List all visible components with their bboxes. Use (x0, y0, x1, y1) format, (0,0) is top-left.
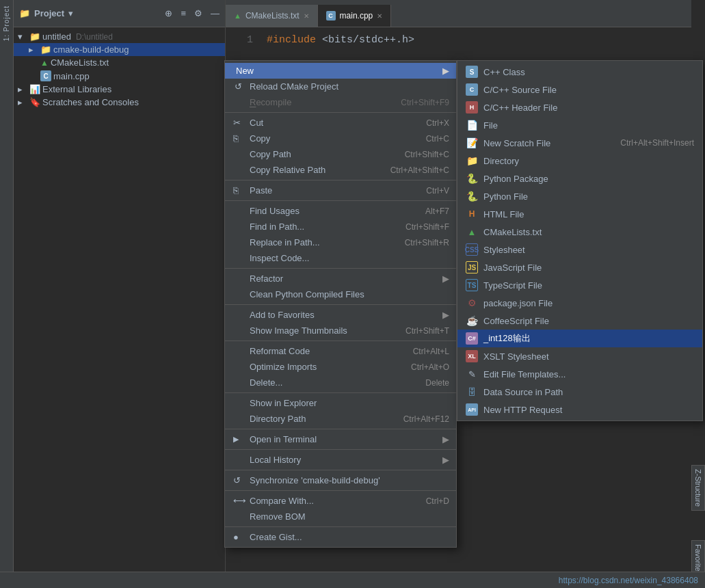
submenu-item-http-request[interactable]: API New HTTP Request (457, 401, 702, 418)
tree-path: D:\untitled (76, 32, 113, 42)
submenu-item-xslt[interactable]: XL XSLT Stylesheet (457, 347, 702, 365)
submenu-item-label: Directory (483, 156, 519, 166)
menu-item-dir-path[interactable]: Directory Path Ctrl+Alt+F12 (225, 411, 456, 427)
xslt-icon: XL (466, 350, 478, 362)
submenu-item-c-header[interactable]: H C/C++ Header File (457, 98, 702, 116)
tab-close-icon[interactable]: ✕ (304, 12, 309, 20)
menu-item-create-gist[interactable]: ● Create Gist... (225, 529, 456, 545)
submenu-item-coffeescript[interactable]: ☕ CoffeeScript File (457, 312, 702, 330)
paste-icon: ⎘ (233, 185, 239, 196)
int128-icon: C# (466, 332, 478, 345)
cmake-icon: ▲ (40, 58, 49, 68)
folder-icon: 📁 (40, 44, 51, 55)
submenu-item-typescript[interactable]: TS TypeScript File (457, 276, 702, 294)
submenu-item-file[interactable]: 📄 File (457, 116, 702, 134)
menu-item-show-explorer[interactable]: Show in Explorer (225, 395, 456, 411)
menu-item-clean-python[interactable]: Clean Python Compiled Files (225, 286, 456, 302)
scratch-file-icon: 📝 (466, 137, 478, 149)
submenu-item-scratch-file[interactable]: 📝 New Scratch File Ctrl+Alt+Shift+Insert (457, 134, 702, 152)
menu-item-refactor[interactable]: Refactor ▶ (225, 271, 456, 286)
menu-item-synchronize[interactable]: ↺ Synchronize 'cmake-build-debug' (225, 472, 456, 488)
menu-item-label: Directory Path (250, 414, 306, 424)
menu-item-remove-bom[interactable]: Remove BOM (225, 509, 456, 524)
submenu-item-edit-templates[interactable]: ✎ Edit File Templates... (457, 365, 702, 383)
menu-item-copy-relative[interactable]: Copy Relative Path Ctrl+Alt+Shift+C (225, 162, 456, 178)
tab-label: CMakeLists.txt (245, 11, 300, 21)
submenu-item-stylesheet[interactable]: CSS Stylesheet (457, 241, 702, 258)
menu-item-label: Optimize Imports (250, 362, 317, 372)
menu-item-inspect-code[interactable]: Inspect Code... (225, 250, 456, 266)
menu-item-reload[interactable]: ↺ Reload CMake Project (225, 79, 456, 94)
cmake-tab-icon: ▲ (234, 12, 241, 20)
submenu-item-label: C++ Class (483, 67, 525, 77)
menu-item-show-thumbnails[interactable]: Show Image Thumbnails Ctrl+Shift+T (225, 323, 456, 338)
menu-item-label: Add to Favorites (250, 310, 315, 320)
submenu-item-data-source[interactable]: 🗄 Data Source in Path (457, 383, 702, 401)
menu-item-copy-path[interactable]: Copy Path Ctrl+Shift+C (225, 146, 456, 162)
z-structure-tab[interactable]: Z-Structure (691, 465, 705, 511)
submenu-item-label: CMakeLists.txt (483, 227, 542, 237)
menu-item-label: Create Gist... (250, 532, 302, 542)
menu-item-find-in-path[interactable]: Find in Path... Ctrl+Shift+F (225, 219, 456, 235)
tab-cmakelists[interactable]: ▲ CMakeLists.txt ✕ (226, 5, 318, 27)
menu-item-cut[interactable]: ✂ Cut Ctrl+X (225, 115, 456, 131)
submenu-item-directory[interactable]: 📁 Directory (457, 152, 702, 170)
menu-item-label: Reformat Code (250, 346, 310, 356)
submenu-item-python-package[interactable]: 🐍 Python Package (457, 170, 702, 187)
submenu-item-label: Edit File Templates... (483, 369, 566, 379)
html-icon: H (466, 208, 478, 220)
json-icon: ⚙ (466, 297, 478, 309)
tab-label: main.cpp (340, 11, 373, 21)
menu-item-compare[interactable]: ⟷ Compare With... Ctrl+D (225, 493, 456, 509)
menu-item-local-history[interactable]: Local History ▶ (225, 452, 456, 468)
menu-item-new[interactable]: New ▶ (225, 63, 456, 79)
menu-item-paste[interactable]: ⎘ Paste Ctrl+V (225, 183, 456, 198)
submenu-item-javascript[interactable]: JS JavaScript File (457, 258, 702, 276)
bottom-url: https://blog.csdn.net/weixin_43866408 (559, 576, 698, 585)
tree-item-cmake-build-debug[interactable]: ▸ 📁 cmake-build-debug (14, 43, 225, 56)
submenu-arrow-icon: ▶ (442, 66, 449, 76)
menu-item-label: Find Usages (250, 206, 300, 216)
scroll-icon[interactable]: ≡ (181, 8, 186, 18)
submenu-item-label: New HTTP Request (483, 405, 562, 415)
submenu-item-python-file[interactable]: 🐍 Python File (457, 187, 702, 205)
menu-divider (225, 392, 456, 393)
menu-item-label: Copy Relative Path (250, 165, 325, 175)
tree-item-scratches[interactable]: ▸ 🔖 Scratches and Consoles (14, 96, 225, 109)
reload-icon: ↺ (235, 81, 242, 92)
submenu-item-int128[interactable]: C# _int128输出 (457, 330, 702, 347)
minimize-icon[interactable]: — (211, 8, 220, 18)
menu-item-replace-in-path[interactable]: Replace in Path... Ctrl+Shift+R (225, 235, 456, 250)
menu-item-label: Show Image Thumbnails (250, 325, 347, 336)
tree-item-untitled[interactable]: ▾ 📁 untitled D:\untitled (14, 30, 225, 43)
menu-item-label: Remove BOM (250, 511, 306, 522)
project-dropdown-icon[interactable]: ▾ (68, 8, 73, 18)
submenu-item-label: HTML File (483, 209, 524, 219)
tree-item-maincpp[interactable]: C main.cpp (14, 69, 225, 83)
menu-item-label: Cut (250, 118, 263, 128)
menu-item-optimize-imports[interactable]: Optimize Imports Ctrl+Alt+O (225, 359, 456, 375)
submenu-item-package-json[interactable]: ⚙ package.json File (457, 294, 702, 312)
submenu-item-label: Stylesheet (483, 245, 525, 255)
menu-item-label: Compare With... (250, 496, 314, 506)
settings-icon[interactable]: ⚙ (194, 8, 202, 18)
menu-item-find-usages[interactable]: Find Usages Alt+F7 (225, 203, 456, 219)
menu-item-recompile[interactable]: Recompile Ctrl+Shift+F9 (225, 94, 456, 110)
menu-item-reformat[interactable]: Reformat Code Ctrl+Alt+L (225, 343, 456, 359)
compare-icon: ⟷ (233, 496, 246, 506)
submenu-item-cpp-class[interactable]: S C++ Class (457, 63, 702, 81)
menu-item-add-favorites[interactable]: Add to Favorites ▶ (225, 307, 456, 323)
tree-item-external-libs[interactable]: ▸ 📊 External Libraries (14, 83, 225, 96)
submenu-item-c-source[interactable]: C C/C++ Source File (457, 81, 702, 98)
tab-close-icon[interactable]: ✕ (377, 12, 382, 20)
tree-item-cmakelists[interactable]: ▲ CMakeLists.txt (14, 56, 225, 69)
submenu-item-cmakelists[interactable]: ▲ CMakeLists.txt (457, 223, 702, 241)
menu-item-open-terminal[interactable]: ▶ Open in Terminal ▶ (225, 431, 456, 447)
menu-divider (225, 304, 456, 305)
tab-maincpp[interactable]: C main.cpp ✕ (318, 5, 392, 27)
terminal-icon: ▶ (233, 435, 239, 444)
submenu-item-html-file[interactable]: H HTML File (457, 205, 702, 223)
menu-item-copy[interactable]: ⎘ Copy Ctrl+C (225, 131, 456, 146)
menu-item-delete[interactable]: Delete... Delete (225, 375, 456, 390)
locate-icon[interactable]: ⊕ (165, 8, 172, 18)
